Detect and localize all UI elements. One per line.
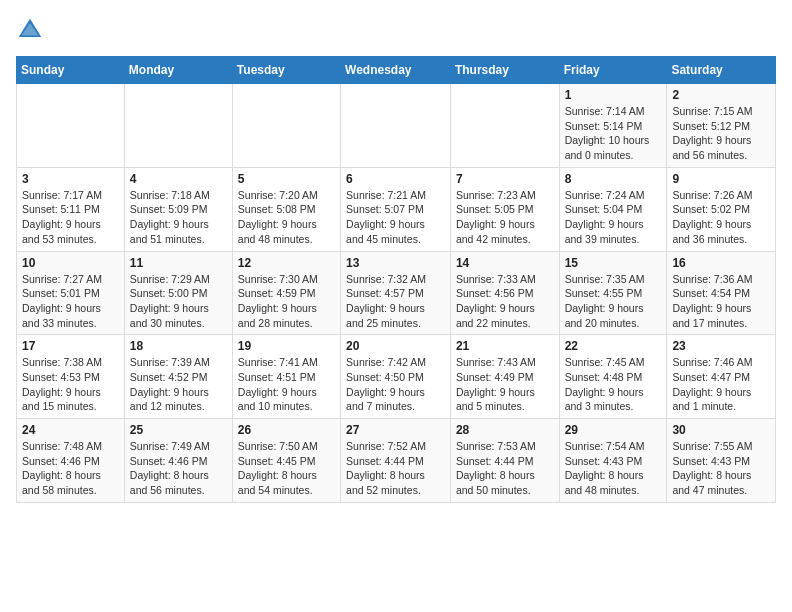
day-number: 7 [456,172,554,186]
day-info: Sunrise: 7:54 AM Sunset: 4:43 PM Dayligh… [565,439,662,498]
day-cell: 7Sunrise: 7:23 AM Sunset: 5:05 PM Daylig… [450,167,559,251]
day-info: Sunrise: 7:14 AM Sunset: 5:14 PM Dayligh… [565,104,662,163]
day-number: 10 [22,256,119,270]
day-info: Sunrise: 7:53 AM Sunset: 4:44 PM Dayligh… [456,439,554,498]
day-number: 6 [346,172,445,186]
day-info: Sunrise: 7:26 AM Sunset: 5:02 PM Dayligh… [672,188,770,247]
day-cell: 17Sunrise: 7:38 AM Sunset: 4:53 PM Dayli… [17,335,125,419]
day-info: Sunrise: 7:35 AM Sunset: 4:55 PM Dayligh… [565,272,662,331]
day-cell: 1Sunrise: 7:14 AM Sunset: 5:14 PM Daylig… [559,84,667,168]
day-cell: 10Sunrise: 7:27 AM Sunset: 5:01 PM Dayli… [17,251,125,335]
day-info: Sunrise: 7:23 AM Sunset: 5:05 PM Dayligh… [456,188,554,247]
day-cell [124,84,232,168]
col-header-friday: Friday [559,57,667,84]
day-number: 29 [565,423,662,437]
day-number: 12 [238,256,335,270]
day-cell: 14Sunrise: 7:33 AM Sunset: 4:56 PM Dayli… [450,251,559,335]
day-cell: 9Sunrise: 7:26 AM Sunset: 5:02 PM Daylig… [667,167,776,251]
day-number: 13 [346,256,445,270]
day-number: 14 [456,256,554,270]
day-info: Sunrise: 7:50 AM Sunset: 4:45 PM Dayligh… [238,439,335,498]
day-cell: 28Sunrise: 7:53 AM Sunset: 4:44 PM Dayli… [450,419,559,503]
day-info: Sunrise: 7:33 AM Sunset: 4:56 PM Dayligh… [456,272,554,331]
day-cell: 22Sunrise: 7:45 AM Sunset: 4:48 PM Dayli… [559,335,667,419]
col-header-wednesday: Wednesday [341,57,451,84]
week-row-3: 10Sunrise: 7:27 AM Sunset: 5:01 PM Dayli… [17,251,776,335]
day-number: 26 [238,423,335,437]
day-info: Sunrise: 7:46 AM Sunset: 4:47 PM Dayligh… [672,355,770,414]
day-info: Sunrise: 7:21 AM Sunset: 5:07 PM Dayligh… [346,188,445,247]
day-cell: 3Sunrise: 7:17 AM Sunset: 5:11 PM Daylig… [17,167,125,251]
week-row-5: 24Sunrise: 7:48 AM Sunset: 4:46 PM Dayli… [17,419,776,503]
day-number: 17 [22,339,119,353]
week-row-4: 17Sunrise: 7:38 AM Sunset: 4:53 PM Dayli… [17,335,776,419]
day-cell: 19Sunrise: 7:41 AM Sunset: 4:51 PM Dayli… [232,335,340,419]
day-cell: 11Sunrise: 7:29 AM Sunset: 5:00 PM Dayli… [124,251,232,335]
day-info: Sunrise: 7:36 AM Sunset: 4:54 PM Dayligh… [672,272,770,331]
col-header-saturday: Saturday [667,57,776,84]
day-info: Sunrise: 7:45 AM Sunset: 4:48 PM Dayligh… [565,355,662,414]
week-row-2: 3Sunrise: 7:17 AM Sunset: 5:11 PM Daylig… [17,167,776,251]
day-cell: 13Sunrise: 7:32 AM Sunset: 4:57 PM Dayli… [341,251,451,335]
day-cell: 4Sunrise: 7:18 AM Sunset: 5:09 PM Daylig… [124,167,232,251]
day-info: Sunrise: 7:52 AM Sunset: 4:44 PM Dayligh… [346,439,445,498]
day-info: Sunrise: 7:48 AM Sunset: 4:46 PM Dayligh… [22,439,119,498]
day-info: Sunrise: 7:18 AM Sunset: 5:09 PM Dayligh… [130,188,227,247]
day-info: Sunrise: 7:15 AM Sunset: 5:12 PM Dayligh… [672,104,770,163]
day-number: 21 [456,339,554,353]
day-number: 16 [672,256,770,270]
day-number: 11 [130,256,227,270]
day-number: 23 [672,339,770,353]
day-info: Sunrise: 7:27 AM Sunset: 5:01 PM Dayligh… [22,272,119,331]
day-cell: 6Sunrise: 7:21 AM Sunset: 5:07 PM Daylig… [341,167,451,251]
day-cell: 8Sunrise: 7:24 AM Sunset: 5:04 PM Daylig… [559,167,667,251]
day-info: Sunrise: 7:39 AM Sunset: 4:52 PM Dayligh… [130,355,227,414]
day-cell [17,84,125,168]
week-row-1: 1Sunrise: 7:14 AM Sunset: 5:14 PM Daylig… [17,84,776,168]
day-info: Sunrise: 7:41 AM Sunset: 4:51 PM Dayligh… [238,355,335,414]
day-cell: 18Sunrise: 7:39 AM Sunset: 4:52 PM Dayli… [124,335,232,419]
day-info: Sunrise: 7:29 AM Sunset: 5:00 PM Dayligh… [130,272,227,331]
day-number: 28 [456,423,554,437]
day-cell: 21Sunrise: 7:43 AM Sunset: 4:49 PM Dayli… [450,335,559,419]
day-cell: 15Sunrise: 7:35 AM Sunset: 4:55 PM Dayli… [559,251,667,335]
calendar-table: SundayMondayTuesdayWednesdayThursdayFrid… [16,56,776,503]
day-number: 27 [346,423,445,437]
day-cell: 26Sunrise: 7:50 AM Sunset: 4:45 PM Dayli… [232,419,340,503]
day-cell: 12Sunrise: 7:30 AM Sunset: 4:59 PM Dayli… [232,251,340,335]
day-number: 19 [238,339,335,353]
logo-icon [16,16,44,44]
day-number: 2 [672,88,770,102]
day-number: 1 [565,88,662,102]
day-cell [450,84,559,168]
day-number: 30 [672,423,770,437]
day-cell: 27Sunrise: 7:52 AM Sunset: 4:44 PM Dayli… [341,419,451,503]
day-info: Sunrise: 7:55 AM Sunset: 4:43 PM Dayligh… [672,439,770,498]
day-info: Sunrise: 7:30 AM Sunset: 4:59 PM Dayligh… [238,272,335,331]
day-cell: 23Sunrise: 7:46 AM Sunset: 4:47 PM Dayli… [667,335,776,419]
day-cell: 25Sunrise: 7:49 AM Sunset: 4:46 PM Dayli… [124,419,232,503]
day-cell: 16Sunrise: 7:36 AM Sunset: 4:54 PM Dayli… [667,251,776,335]
day-number: 9 [672,172,770,186]
day-number: 15 [565,256,662,270]
day-cell: 2Sunrise: 7:15 AM Sunset: 5:12 PM Daylig… [667,84,776,168]
day-cell: 29Sunrise: 7:54 AM Sunset: 4:43 PM Dayli… [559,419,667,503]
day-number: 24 [22,423,119,437]
col-header-thursday: Thursday [450,57,559,84]
day-cell [232,84,340,168]
calendar-header-row: SundayMondayTuesdayWednesdayThursdayFrid… [17,57,776,84]
col-header-tuesday: Tuesday [232,57,340,84]
day-cell: 30Sunrise: 7:55 AM Sunset: 4:43 PM Dayli… [667,419,776,503]
day-number: 18 [130,339,227,353]
day-cell [341,84,451,168]
day-info: Sunrise: 7:32 AM Sunset: 4:57 PM Dayligh… [346,272,445,331]
day-number: 22 [565,339,662,353]
day-cell: 24Sunrise: 7:48 AM Sunset: 4:46 PM Dayli… [17,419,125,503]
day-info: Sunrise: 7:20 AM Sunset: 5:08 PM Dayligh… [238,188,335,247]
day-info: Sunrise: 7:24 AM Sunset: 5:04 PM Dayligh… [565,188,662,247]
col-header-sunday: Sunday [17,57,125,84]
day-info: Sunrise: 7:43 AM Sunset: 4:49 PM Dayligh… [456,355,554,414]
header [16,16,776,44]
day-cell: 5Sunrise: 7:20 AM Sunset: 5:08 PM Daylig… [232,167,340,251]
day-number: 5 [238,172,335,186]
